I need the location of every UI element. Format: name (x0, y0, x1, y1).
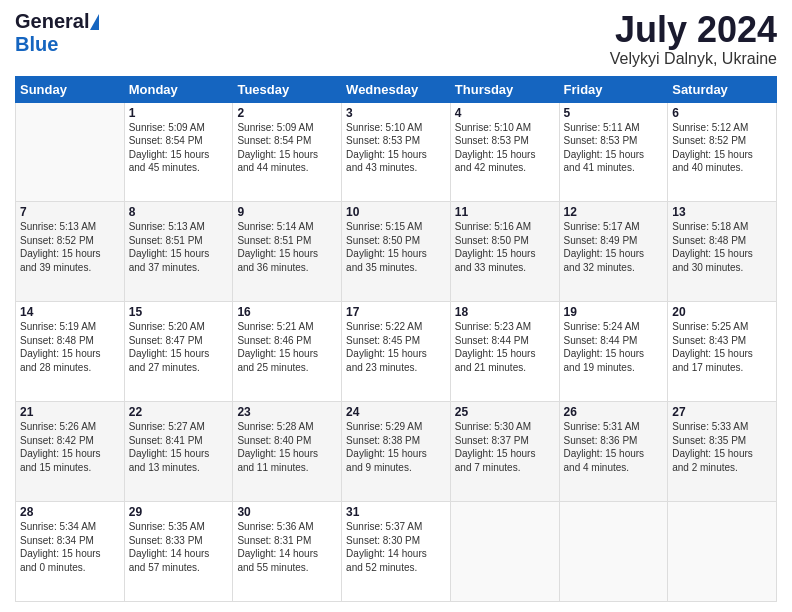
cal-cell: 25Sunrise: 5:30 AM Sunset: 8:37 PM Dayli… (450, 402, 559, 502)
cal-cell: 6Sunrise: 5:12 AM Sunset: 8:52 PM Daylig… (668, 102, 777, 202)
day-header-tuesday: Tuesday (233, 76, 342, 102)
cell-info: Sunrise: 5:17 AM Sunset: 8:49 PM Dayligh… (564, 220, 664, 274)
day-number: 29 (129, 505, 229, 519)
day-number: 26 (564, 405, 664, 419)
cell-info: Sunrise: 5:33 AM Sunset: 8:35 PM Dayligh… (672, 420, 772, 474)
day-header-monday: Monday (124, 76, 233, 102)
cell-info: Sunrise: 5:10 AM Sunset: 8:53 PM Dayligh… (455, 121, 555, 175)
day-number: 14 (20, 305, 120, 319)
day-number: 1 (129, 106, 229, 120)
day-number: 13 (672, 205, 772, 219)
week-row-0: 1Sunrise: 5:09 AM Sunset: 8:54 PM Daylig… (16, 102, 777, 202)
cal-cell: 13Sunrise: 5:18 AM Sunset: 8:48 PM Dayli… (668, 202, 777, 302)
cal-cell: 31Sunrise: 5:37 AM Sunset: 8:30 PM Dayli… (342, 502, 451, 602)
cal-cell: 27Sunrise: 5:33 AM Sunset: 8:35 PM Dayli… (668, 402, 777, 502)
day-number: 20 (672, 305, 772, 319)
day-number: 5 (564, 106, 664, 120)
cal-cell: 4Sunrise: 5:10 AM Sunset: 8:53 PM Daylig… (450, 102, 559, 202)
cal-cell: 5Sunrise: 5:11 AM Sunset: 8:53 PM Daylig… (559, 102, 668, 202)
cell-info: Sunrise: 5:14 AM Sunset: 8:51 PM Dayligh… (237, 220, 337, 274)
day-number: 16 (237, 305, 337, 319)
day-number: 18 (455, 305, 555, 319)
cell-info: Sunrise: 5:37 AM Sunset: 8:30 PM Dayligh… (346, 520, 446, 574)
cal-cell: 11Sunrise: 5:16 AM Sunset: 8:50 PM Dayli… (450, 202, 559, 302)
location-subtitle: Velykyi Dalnyk, Ukraine (610, 50, 777, 68)
day-number: 31 (346, 505, 446, 519)
cell-info: Sunrise: 5:30 AM Sunset: 8:37 PM Dayligh… (455, 420, 555, 474)
cell-info: Sunrise: 5:29 AM Sunset: 8:38 PM Dayligh… (346, 420, 446, 474)
cal-cell: 26Sunrise: 5:31 AM Sunset: 8:36 PM Dayli… (559, 402, 668, 502)
logo-general: General (15, 10, 89, 33)
cal-cell: 22Sunrise: 5:27 AM Sunset: 8:41 PM Dayli… (124, 402, 233, 502)
cal-cell: 9Sunrise: 5:14 AM Sunset: 8:51 PM Daylig… (233, 202, 342, 302)
day-number: 4 (455, 106, 555, 120)
cell-info: Sunrise: 5:28 AM Sunset: 8:40 PM Dayligh… (237, 420, 337, 474)
cal-cell: 17Sunrise: 5:22 AM Sunset: 8:45 PM Dayli… (342, 302, 451, 402)
calendar-header-row: SundayMondayTuesdayWednesdayThursdayFrid… (16, 76, 777, 102)
cell-info: Sunrise: 5:20 AM Sunset: 8:47 PM Dayligh… (129, 320, 229, 374)
cal-cell: 8Sunrise: 5:13 AM Sunset: 8:51 PM Daylig… (124, 202, 233, 302)
day-number: 24 (346, 405, 446, 419)
day-number: 23 (237, 405, 337, 419)
logo-blue: Blue (15, 33, 58, 56)
title-area: July 2024 Velykyi Dalnyk, Ukraine (610, 10, 777, 68)
day-number: 22 (129, 405, 229, 419)
cell-info: Sunrise: 5:10 AM Sunset: 8:53 PM Dayligh… (346, 121, 446, 175)
day-number: 7 (20, 205, 120, 219)
cal-cell: 21Sunrise: 5:26 AM Sunset: 8:42 PM Dayli… (16, 402, 125, 502)
cal-cell: 10Sunrise: 5:15 AM Sunset: 8:50 PM Dayli… (342, 202, 451, 302)
cell-info: Sunrise: 5:31 AM Sunset: 8:36 PM Dayligh… (564, 420, 664, 474)
cal-cell: 3Sunrise: 5:10 AM Sunset: 8:53 PM Daylig… (342, 102, 451, 202)
day-number: 21 (20, 405, 120, 419)
cal-cell: 24Sunrise: 5:29 AM Sunset: 8:38 PM Dayli… (342, 402, 451, 502)
day-number: 27 (672, 405, 772, 419)
logo-triangle-icon (90, 14, 99, 30)
day-number: 15 (129, 305, 229, 319)
day-number: 28 (20, 505, 120, 519)
cell-info: Sunrise: 5:21 AM Sunset: 8:46 PM Dayligh… (237, 320, 337, 374)
cal-cell: 15Sunrise: 5:20 AM Sunset: 8:47 PM Dayli… (124, 302, 233, 402)
month-title: July 2024 (610, 10, 777, 50)
cell-info: Sunrise: 5:13 AM Sunset: 8:51 PM Dayligh… (129, 220, 229, 274)
day-header-sunday: Sunday (16, 76, 125, 102)
header: General Blue July 2024 Velykyi Dalnyk, U… (15, 10, 777, 68)
day-number: 30 (237, 505, 337, 519)
cell-info: Sunrise: 5:12 AM Sunset: 8:52 PM Dayligh… (672, 121, 772, 175)
week-row-2: 14Sunrise: 5:19 AM Sunset: 8:48 PM Dayli… (16, 302, 777, 402)
cal-cell: 2Sunrise: 5:09 AM Sunset: 8:54 PM Daylig… (233, 102, 342, 202)
day-number: 11 (455, 205, 555, 219)
cell-info: Sunrise: 5:26 AM Sunset: 8:42 PM Dayligh… (20, 420, 120, 474)
calendar: SundayMondayTuesdayWednesdayThursdayFrid… (15, 76, 777, 602)
page: General Blue July 2024 Velykyi Dalnyk, U… (0, 0, 792, 612)
cal-cell: 29Sunrise: 5:35 AM Sunset: 8:33 PM Dayli… (124, 502, 233, 602)
cell-info: Sunrise: 5:34 AM Sunset: 8:34 PM Dayligh… (20, 520, 120, 574)
cal-cell: 1Sunrise: 5:09 AM Sunset: 8:54 PM Daylig… (124, 102, 233, 202)
cal-cell: 7Sunrise: 5:13 AM Sunset: 8:52 PM Daylig… (16, 202, 125, 302)
day-number: 25 (455, 405, 555, 419)
cell-info: Sunrise: 5:36 AM Sunset: 8:31 PM Dayligh… (237, 520, 337, 574)
cell-info: Sunrise: 5:15 AM Sunset: 8:50 PM Dayligh… (346, 220, 446, 274)
cell-info: Sunrise: 5:13 AM Sunset: 8:52 PM Dayligh… (20, 220, 120, 274)
cell-info: Sunrise: 5:27 AM Sunset: 8:41 PM Dayligh… (129, 420, 229, 474)
cal-cell: 19Sunrise: 5:24 AM Sunset: 8:44 PM Dayli… (559, 302, 668, 402)
cell-info: Sunrise: 5:09 AM Sunset: 8:54 PM Dayligh… (237, 121, 337, 175)
day-number: 9 (237, 205, 337, 219)
day-number: 6 (672, 106, 772, 120)
day-number: 19 (564, 305, 664, 319)
day-number: 10 (346, 205, 446, 219)
cal-cell: 23Sunrise: 5:28 AM Sunset: 8:40 PM Dayli… (233, 402, 342, 502)
logo: General Blue (15, 10, 99, 56)
day-number: 17 (346, 305, 446, 319)
cal-cell: 12Sunrise: 5:17 AM Sunset: 8:49 PM Dayli… (559, 202, 668, 302)
day-header-friday: Friday (559, 76, 668, 102)
cell-info: Sunrise: 5:25 AM Sunset: 8:43 PM Dayligh… (672, 320, 772, 374)
cell-info: Sunrise: 5:09 AM Sunset: 8:54 PM Dayligh… (129, 121, 229, 175)
cell-info: Sunrise: 5:16 AM Sunset: 8:50 PM Dayligh… (455, 220, 555, 274)
calendar-table: SundayMondayTuesdayWednesdayThursdayFrid… (15, 76, 777, 602)
cell-info: Sunrise: 5:19 AM Sunset: 8:48 PM Dayligh… (20, 320, 120, 374)
cal-cell: 28Sunrise: 5:34 AM Sunset: 8:34 PM Dayli… (16, 502, 125, 602)
week-row-1: 7Sunrise: 5:13 AM Sunset: 8:52 PM Daylig… (16, 202, 777, 302)
week-row-3: 21Sunrise: 5:26 AM Sunset: 8:42 PM Dayli… (16, 402, 777, 502)
day-number: 3 (346, 106, 446, 120)
cal-cell: 16Sunrise: 5:21 AM Sunset: 8:46 PM Dayli… (233, 302, 342, 402)
